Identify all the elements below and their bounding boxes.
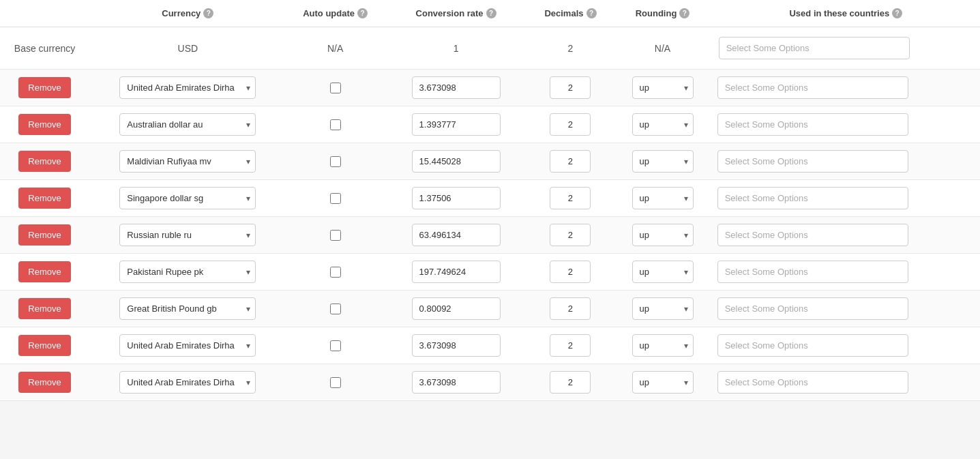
auto-update-cell [286, 291, 385, 327]
currency-select[interactable]: Maldivian Rufiyaa mv [119, 150, 256, 173]
countries-cell: Select Some Options [712, 143, 980, 180]
auto-update-checkbox[interactable] [330, 267, 341, 278]
rounding-select[interactable]: updownnone [632, 113, 694, 136]
conversion-rate-input[interactable] [412, 187, 501, 209]
auto-update-cell [286, 327, 385, 364]
currency-select[interactable]: United Arab Emirates Dirham ae [119, 371, 256, 394]
auto-update-checkbox[interactable] [330, 377, 341, 388]
decimals-input[interactable] [550, 187, 591, 209]
remove-button[interactable]: Remove [18, 114, 70, 135]
countries-select[interactable]: Select Some Options [717, 150, 908, 173]
countries-select[interactable]: Select Some Options [717, 334, 908, 357]
table-row: RemoveSingapore dollar sg▾updownnone▾Sel… [0, 180, 980, 217]
rounding-select[interactable]: updownnone [632, 150, 694, 173]
auto-update-checkbox[interactable] [330, 193, 341, 204]
auto-update-checkbox[interactable] [330, 156, 341, 167]
countries-select[interactable]: Select Some Options [717, 371, 908, 394]
decimals-input[interactable] [550, 334, 591, 357]
remove-button[interactable]: Remove [18, 261, 70, 282]
base-countries-select[interactable]: Select Some Options [712, 27, 980, 70]
rounding-cell: updownnone▾ [613, 106, 711, 143]
decimals-input[interactable] [550, 371, 591, 394]
currency-cell: Singapore dollar sg▾ [89, 180, 286, 217]
currency-cell: Maldivian Rufiyaa mv▾ [89, 143, 286, 180]
remove-button[interactable]: Remove [18, 151, 70, 172]
countries-select[interactable]: Select Some Options [717, 297, 908, 320]
conversion-rate-cell [385, 106, 528, 143]
currency-help-icon[interactable]: ? [203, 8, 213, 18]
remove-button[interactable]: Remove [18, 224, 70, 246]
rounding-help-icon[interactable]: ? [679, 8, 689, 18]
auto-update-checkbox[interactable] [330, 303, 341, 314]
decimals-cell [527, 180, 613, 217]
currency-cell: Pakistani Rupee pk▾ [89, 254, 286, 291]
countries-help-icon[interactable]: ? [892, 8, 902, 18]
decimals-input[interactable] [550, 150, 591, 173]
rounding-select[interactable]: updownnone [632, 371, 694, 394]
conversion-rate-input[interactable] [412, 297, 501, 320]
decimals-cell [527, 143, 613, 180]
rounding-cell: updownnone▾ [613, 254, 711, 291]
remove-button[interactable]: Remove [18, 372, 70, 393]
countries-select[interactable]: Select Some Options [717, 187, 908, 209]
decimals-help-icon[interactable]: ? [586, 8, 597, 18]
remove-button[interactable]: Remove [18, 335, 70, 356]
currency-select[interactable]: Singapore dollar sg [119, 187, 256, 209]
rounding-select[interactable]: updownnone [632, 76, 694, 99]
rounding-select[interactable]: updownnone [632, 334, 694, 357]
countries-select[interactable]: Select Some Options [717, 224, 908, 246]
conversion-rate-cell [385, 70, 528, 106]
auto-update-checkbox[interactable] [330, 340, 341, 351]
countries-select[interactable]: Select Some Options [717, 113, 908, 136]
conversion-rate-input[interactable] [412, 334, 501, 357]
decimals-input[interactable] [550, 113, 591, 136]
conversion-rate-help-icon[interactable]: ? [486, 8, 496, 18]
conversion-rate-input[interactable] [412, 261, 501, 283]
decimals-input[interactable] [550, 261, 591, 283]
currency-select[interactable]: Australian dollar au [119, 113, 256, 136]
auto-update-help-icon[interactable]: ? [357, 8, 368, 18]
remove-cell: Remove [0, 143, 89, 180]
remove-button[interactable]: Remove [18, 298, 70, 319]
decimals-input[interactable] [550, 224, 591, 246]
decimals-cell [527, 217, 613, 254]
rounding-cell: updownnone▾ [613, 180, 711, 217]
decimals-cell [527, 364, 613, 401]
currency-select[interactable]: Pakistani Rupee pk [119, 261, 256, 283]
remove-cell: Remove [0, 180, 89, 217]
countries-cell: Select Some Options [712, 364, 980, 401]
currency-select[interactable]: Great British Pound gb [119, 297, 256, 320]
remove-button[interactable]: Remove [18, 77, 70, 98]
countries-select[interactable]: Select Some Options [717, 261, 908, 283]
countries-cell: Select Some Options [712, 180, 980, 217]
conversion-rate-input[interactable] [412, 224, 501, 246]
remove-button[interactable]: Remove [18, 188, 70, 209]
auto-update-cell [286, 254, 385, 291]
countries-cell: Select Some Options [712, 217, 980, 254]
currency-cell: United Arab Emirates Dirham ae▾ [89, 364, 286, 401]
rounding-select[interactable]: updownnone [632, 261, 694, 283]
rounding-select[interactable]: updownnone [632, 187, 694, 209]
countries-select[interactable]: Select Some Options [717, 76, 908, 99]
decimals-cell [527, 327, 613, 364]
decimals-input[interactable] [550, 76, 591, 99]
conversion-rate-input[interactable] [412, 150, 501, 173]
conversion-rate-input[interactable] [412, 113, 501, 136]
currency-select[interactable]: Russian ruble ru [119, 224, 256, 246]
currency-cell: Australian dollar au▾ [89, 106, 286, 143]
rounding-select[interactable]: updownnone [632, 224, 694, 246]
conversion-rate-cell [385, 364, 528, 401]
rounding-select[interactable]: updownnone [632, 297, 694, 320]
auto-update-checkbox[interactable] [330, 119, 341, 130]
decimals-input[interactable] [550, 297, 591, 320]
currency-cell: United Arab Emirates Dirham ae▾ [89, 327, 286, 364]
conversion-rate-input[interactable] [412, 371, 501, 394]
decimals-cell [527, 106, 613, 143]
auto-update-checkbox[interactable] [330, 83, 341, 93]
currency-select[interactable]: United Arab Emirates Dirham ae [119, 76, 256, 99]
conversion-rate-input[interactable] [412, 76, 501, 99]
base-currency-value: USD [89, 27, 286, 70]
countries-cell: Select Some Options [712, 70, 980, 106]
auto-update-checkbox[interactable] [330, 230, 341, 241]
currency-select[interactable]: United Arab Emirates Dirham ae [119, 334, 256, 357]
